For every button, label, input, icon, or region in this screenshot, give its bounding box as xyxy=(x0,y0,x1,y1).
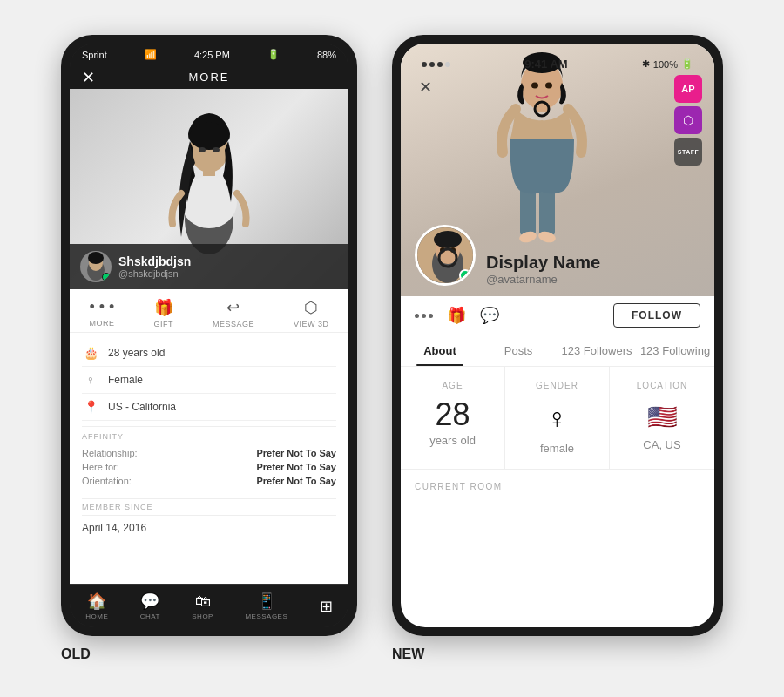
old-actions-bar: • • • MORE 🎁 GIFT ↩ MESSAGE ⬡ VIEW 3D xyxy=(70,289,348,333)
svg-point-9 xyxy=(88,252,104,264)
new-stat-location: LOCATION 🇺🇸 CA, US xyxy=(610,367,714,469)
old-age-icon: 🎂 xyxy=(82,346,99,360)
old-phone-screen: Sprint 📶 4:25 PM 🔋 88% ✕ MORE xyxy=(70,44,348,627)
old-gender-icon: ♀ xyxy=(82,373,99,387)
old-action-gift[interactable]: 🎁 GIFT xyxy=(153,298,173,328)
old-home-label: HOME xyxy=(85,612,108,620)
new-battery-value: 100% xyxy=(653,59,678,70)
new-badge-link[interactable]: ⬡ xyxy=(674,106,702,134)
old-bottom-nav: 🏠 HOME 💬 CHAT 🛍 SHOP 📱 MESSAGES xyxy=(70,584,348,627)
svg-point-5 xyxy=(199,147,206,152)
old-profile-names: Shskdjbdjsn @shskdjbdjsn xyxy=(118,254,191,279)
old-affinity-herefor: Here for: Prefer Not To Say xyxy=(82,460,336,474)
old-username: @shskdjbdjsn xyxy=(118,268,191,279)
old-gift-label: GIFT xyxy=(153,320,173,328)
new-more-button[interactable] xyxy=(415,314,433,318)
old-battery-icon: 🔋 xyxy=(267,49,280,60)
old-online-indicator xyxy=(102,273,111,281)
new-close-icon: ✕ xyxy=(419,78,432,97)
old-member-since-date: April 14, 2016 xyxy=(82,519,336,537)
old-phone-wrapper: Sprint 📶 4:25 PM 🔋 88% ✕ MORE xyxy=(61,35,357,662)
old-profile-details: 🎂 28 years old ♀ Female 📍 US - Californi… xyxy=(70,333,348,584)
old-view3d-icon: ⬡ xyxy=(304,298,318,317)
new-gift-button[interactable]: 🎁 xyxy=(447,306,466,325)
old-more-label: MORE xyxy=(89,319,114,328)
new-status-bar: 9:41 AM ✱ 100% 🔋 xyxy=(409,52,706,76)
new-stat-gender: GENDER ♀ female xyxy=(505,367,610,469)
old-display-name: Shskdjbdjsn xyxy=(118,254,191,268)
old-location-icon: 📍 xyxy=(82,400,99,414)
old-mini-avatar xyxy=(80,251,112,282)
new-tab-about[interactable]: About xyxy=(401,335,479,366)
old-messages-icon: 📱 xyxy=(257,592,276,611)
new-display-name: Display Name xyxy=(486,253,700,273)
old-battery: 88% xyxy=(317,50,336,60)
old-relationship-value: Prefer Not To Say xyxy=(257,448,337,458)
old-action-view3d[interactable]: ⬡ VIEW 3D xyxy=(294,298,329,328)
new-tab-following[interactable]: 123 Following xyxy=(636,335,714,366)
new-gender-unit: female xyxy=(540,442,574,455)
new-current-room-section: CURRENT ROOM xyxy=(401,470,714,498)
old-action-message[interactable]: ↩ MESSAGE xyxy=(213,298,254,328)
old-message-icon: ↩ xyxy=(226,298,240,317)
new-profile-text: Display Name @avatarname xyxy=(486,253,700,286)
new-phone: 9:41 AM ✱ 100% 🔋 ✕ AP xyxy=(392,35,723,636)
old-orientation-value: Prefer Not To Say xyxy=(257,476,337,486)
new-close-button[interactable]: ✕ xyxy=(413,75,437,99)
new-current-room-title: CURRENT ROOM xyxy=(415,482,700,491)
dot-2 xyxy=(429,62,435,67)
old-home-icon: 🏠 xyxy=(87,592,106,611)
new-tab-followers[interactable]: 123 Followers xyxy=(558,335,636,366)
new-badge-staff[interactable]: STAFF xyxy=(674,138,702,166)
old-affinity-relationship: Relationship: Prefer Not To Say xyxy=(82,446,336,460)
new-gender-label: GENDER xyxy=(536,381,578,390)
old-age-value: 28 years old xyxy=(108,347,165,359)
old-close-button[interactable]: ✕ xyxy=(82,68,95,87)
new-follow-button[interactable]: FOLLOW xyxy=(613,303,700,328)
new-time: 9:41 AM xyxy=(524,58,567,71)
old-avatar-section: Shskdjbdjsn @shskdjbdjsn xyxy=(70,89,348,289)
old-time: 4:25 PM xyxy=(194,50,230,60)
old-grid-icon: ⊞ xyxy=(320,597,333,616)
dot-1 xyxy=(422,62,427,67)
old-gender-row: ♀ Female xyxy=(82,367,336,394)
new-gender-icon: ♀ xyxy=(547,403,568,435)
old-nav-grid[interactable]: ⊞ xyxy=(320,597,333,616)
new-location-flag: 🇺🇸 xyxy=(647,403,678,431)
new-message-button[interactable]: 💬 xyxy=(480,306,499,325)
new-stat-age: AGE 28 years old xyxy=(401,367,505,469)
old-nav-chat[interactable]: 💬 CHAT xyxy=(140,592,160,620)
old-profile-info-bar: Shskdjbdjsn @shskdjbdjsn xyxy=(70,244,348,289)
new-link-icon: ⬡ xyxy=(683,113,693,127)
new-location-unit: CA, US xyxy=(643,438,680,451)
new-location-label: LOCATION xyxy=(637,381,687,390)
old-nav-shop[interactable]: 🛍 SHOP xyxy=(192,592,213,620)
new-stats-grid: AGE 28 years old GENDER ♀ female LOCATIO… xyxy=(401,367,714,470)
old-relationship-key: Relationship: xyxy=(82,448,138,458)
new-dot-3 xyxy=(429,314,433,318)
new-dot-1 xyxy=(415,314,419,318)
new-tab-posts[interactable]: Posts xyxy=(479,335,558,366)
old-herefor-key: Here for: xyxy=(82,462,119,472)
new-age-label: AGE xyxy=(442,381,463,390)
old-shop-icon: 🛍 xyxy=(195,592,211,611)
new-badge-ap[interactable]: AP xyxy=(674,75,702,103)
new-online-indicator xyxy=(459,269,471,281)
old-carrier: Sprint xyxy=(82,50,107,60)
old-member-since-section: MEMBER SINCE April 14, 2016 xyxy=(82,493,336,542)
old-nav-messages[interactable]: 📱 MESSAGES xyxy=(245,592,287,620)
old-herefor-value: Prefer Not To Say xyxy=(257,462,337,472)
comparison-container: Sprint 📶 4:25 PM 🔋 88% ✕ MORE xyxy=(44,17,740,680)
old-status-bar: Sprint 📶 4:25 PM 🔋 88% xyxy=(70,44,348,65)
new-right-badges: AP ⬡ STAFF xyxy=(674,75,702,166)
old-nav-home[interactable]: 🏠 HOME xyxy=(85,592,108,620)
old-action-more[interactable]: • • • MORE xyxy=(89,298,114,328)
new-carrier-dots xyxy=(422,62,450,67)
old-chat-label: CHAT xyxy=(140,612,160,620)
old-orientation-key: Orientation: xyxy=(82,476,132,486)
old-view3d-label: VIEW 3D xyxy=(294,320,329,328)
new-age-unit: years old xyxy=(429,434,476,447)
old-shop-label: SHOP xyxy=(192,612,213,620)
svg-point-16 xyxy=(545,83,552,89)
old-location-value: US - California xyxy=(108,401,176,413)
